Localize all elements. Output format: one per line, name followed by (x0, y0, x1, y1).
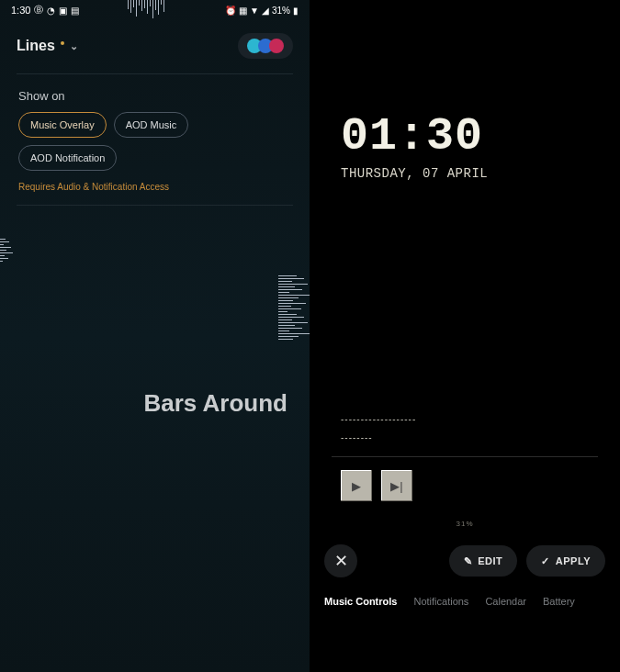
chevron-down-icon: ⌄ (70, 40, 78, 52)
visualizer-top (55, 0, 236, 18)
widget-tabs: Music Controls Notifications Calendar Ba… (310, 587, 620, 616)
divider (332, 456, 598, 457)
next-icon: ▶| (390, 479, 402, 493)
clock-block: 01:30 THURSDAY, 07 APRIL (310, 0, 620, 181)
color-swatch-3 (269, 39, 284, 53)
color-picker[interactable] (238, 33, 293, 59)
chip-aod-notification[interactable]: AOD Notification (18, 145, 117, 171)
close-icon: ✕ (334, 551, 348, 571)
signal-icon: ◢ (262, 6, 269, 16)
show-on-label: Show on (0, 85, 310, 112)
preview-area: Bars Around (0, 389, 310, 672)
battery-text: 31% (310, 520, 620, 528)
tab-battery[interactable]: Battery (543, 596, 575, 607)
preset-title: Bars Around (0, 389, 310, 418)
apply-label: APPLY (556, 555, 591, 566)
right-screen: 01:30 THURSDAY, 07 APRIL ---------------… (310, 0, 620, 672)
edit-button[interactable]: ✎ EDIT (449, 545, 518, 577)
vibrate-icon: ▦ (239, 6, 247, 16)
show-on-chips: Music Overlay AOD Music AOD Notification (0, 112, 310, 178)
play-icon: ▶ (352, 479, 361, 493)
next-button[interactable]: ▶| (381, 470, 412, 501)
visualizer-left (0, 239, 13, 262)
battery-icon: ▮ (293, 6, 299, 16)
left-screen: 1:30 Ⓑ ◔ ▣ ▤ ⏰ ▦ ▼ ◢ 31% ▮ Lines ⌄ Show … (0, 0, 310, 672)
play-button[interactable]: ▶ (341, 470, 372, 501)
track-placeholder: --------------------------- (310, 410, 620, 447)
check-icon: ✓ (541, 555, 550, 567)
tab-notifications[interactable]: Notifications (413, 596, 468, 607)
bitcoin-icon: Ⓑ (34, 4, 43, 17)
battery-percent: 31% (272, 6, 290, 16)
divider (17, 73, 293, 74)
style-dropdown[interactable]: Lines ⌄ (17, 38, 78, 54)
close-button[interactable]: ✕ (324, 544, 357, 577)
status-time: 1:30 (11, 5, 30, 16)
media-controls: ▶ ▶| (310, 470, 620, 501)
edit-label: EDIT (478, 555, 502, 566)
dropdown-label: Lines (17, 38, 55, 54)
permission-warning[interactable]: Requires Audio & Notification Access (0, 178, 310, 203)
apply-button[interactable]: ✓ APPLY (526, 545, 605, 577)
visualizer-right (278, 275, 310, 340)
tab-music-controls[interactable]: Music Controls (324, 596, 397, 607)
wifi-icon: ▼ (250, 6, 259, 16)
chip-aod-music[interactable]: AOD Music (114, 112, 189, 138)
chip-music-overlay[interactable]: Music Overlay (18, 112, 107, 138)
divider (17, 205, 293, 206)
clock-date: THURSDAY, 07 APRIL (341, 166, 589, 181)
pencil-icon: ✎ (464, 555, 473, 567)
tab-calendar[interactable]: Calendar (485, 596, 526, 607)
new-indicator-dot (61, 41, 64, 45)
clock-time: 01:30 (341, 110, 589, 162)
